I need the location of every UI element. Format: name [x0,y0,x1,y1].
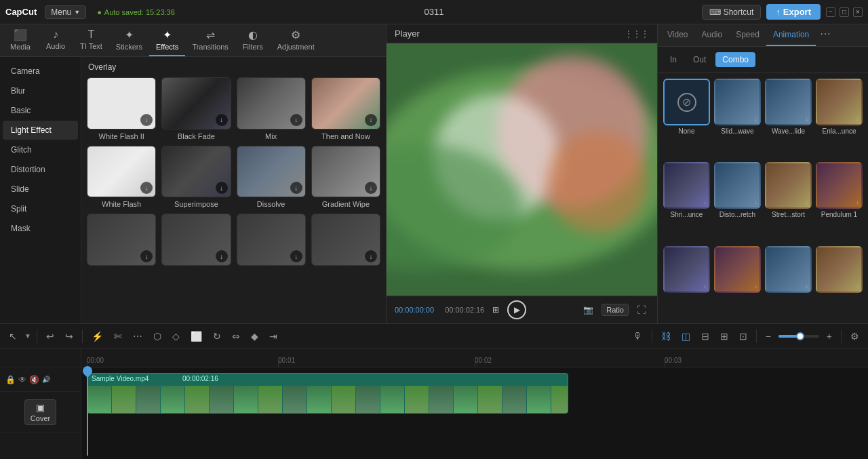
tab-effects[interactable]: ✦ Effects [149,24,185,56]
mic-button[interactable]: 🎙 [630,329,646,344]
lock-icon[interactable]: 🔒 [5,375,16,384]
anim-slidewave[interactable]: ↓ Slid...wave [714,79,761,158]
zoom-slider[interactable] [778,335,819,338]
eye-icon[interactable]: 👁 [18,375,26,384]
anim-none[interactable]: ⊘ None [663,79,710,158]
sidebar-item-slide[interactable]: Slide [3,180,78,199]
sidebar-item-camera[interactable]: Camera [3,62,78,81]
cursor-tool[interactable]: ↖ [5,329,20,344]
tab-video[interactable]: Video [660,24,694,46]
tab-transitions[interactable]: ⇌ Transitions [185,24,235,56]
camera-button[interactable]: 📷 [580,304,596,316]
export-button[interactable]: ↑ Export [766,4,821,20]
anim-row3-1[interactable]: ↓ [663,246,710,318]
anim-distoretch[interactable]: ↓ Disto...retch [714,162,761,241]
split-button[interactable]: ⚡ [88,329,106,344]
video-link-button[interactable]: ⊞ [717,329,732,344]
shortcut-button[interactable]: ⌨ Shortcut [702,5,762,20]
redo-button[interactable]: ↪ [62,329,77,344]
anim-row3-4[interactable]: ↓ [816,246,863,318]
effect-placeholder-3[interactable]: ↓ [237,214,306,268]
effect-placeholder-4[interactable]: ↓ [311,214,380,268]
tab-audio[interactable]: Audio [694,24,729,46]
timeline-container: 🔒 👁 🔇 🔊 ▣ Cover 00:00 00:01 00:02 [0,348,868,459]
effect-black-fade[interactable]: ↓ Black Fade [161,77,231,140]
tab-stickers[interactable]: ✦ Stickers [109,24,149,56]
sidebar-item-mask[interactable]: Mask [3,219,78,238]
effect-gradient-wipe[interactable]: ↓ Gradient Wipe [311,146,380,209]
loop-button[interactable]: ↻ [210,329,224,344]
play-button[interactable]: ▶ [507,300,526,319]
tab-more[interactable]: ⋯ [816,24,835,46]
anim-pendulum1[interactable]: ↓ Pendulum 1 [816,162,863,241]
sidebar-item-basic[interactable]: Basic [3,101,78,120]
effect-superimpose[interactable]: ↓ Superimpose [161,146,231,209]
effect-mix[interactable]: ↓ Mix [237,77,306,140]
shape-button[interactable]: ⬡ [150,329,165,344]
undo-button[interactable]: ↩ [43,329,58,344]
timeline-main[interactable]: 00:00 00:01 00:02 00:03 Sample Video.mp4 [81,348,868,459]
effect-placeholder-2[interactable]: ↓ [161,214,231,268]
topbar-right: ⌨ Shortcut ↑ Export − □ × [702,4,863,20]
sidebar-item-distortion[interactable]: Distortion [3,160,78,179]
keyframe-button[interactable]: ◆ [248,329,262,344]
cursor-dropdown[interactable]: ▼ [24,332,31,340]
effect-white-flash-ii[interactable]: ↓ White Flash II [87,77,156,140]
audio-link-button[interactable]: ⊟ [698,329,713,344]
effect-placeholder-1[interactable]: ↓ [87,214,156,268]
snap-button[interactable]: ◫ [678,329,694,344]
zoom-out-button[interactable]: − [762,329,774,344]
sidebar-item-blur[interactable]: Blur [3,81,78,100]
tab-text[interactable]: T TI Text [73,24,109,56]
effect-dissolve[interactable]: ↓ Dissolve [237,146,306,209]
volume-icon[interactable]: 🔊 [42,376,50,383]
close-button[interactable]: × [853,7,863,17]
ruler-spacer [0,348,81,367]
sidebar-item-glitch[interactable]: Glitch [3,140,78,159]
subtitle-button[interactable]: ⊡ [736,329,751,344]
player-menu-icon[interactable]: ⋮⋮⋮ [625,29,649,39]
ratio-button[interactable]: Ratio [601,304,629,316]
subtab-combo[interactable]: Combo [715,52,755,67]
mute-icon[interactable]: 🔇 [29,375,39,384]
tab-filters[interactable]: ◐ Filters [235,24,271,56]
cover-button[interactable]: ▣ Cover [24,399,56,425]
frame-button[interactable]: ⬜ [187,329,205,344]
trim-button[interactable]: ⋯ [130,329,146,344]
animation-grid: ⊘ None ↓ Slid...wave ↓ Wave...lide [658,73,868,323]
toolbar-sep-5 [841,330,842,343]
anim-row3-2[interactable]: ↓ [714,246,761,318]
sidebar-item-light-effect[interactable]: Light Effect [3,121,78,140]
extend-button[interactable]: ⇥ [266,329,281,344]
maximize-button[interactable]: □ [840,7,849,17]
anim-shriunce[interactable]: ↓ Shri...unce [663,162,710,241]
effect-white-flash[interactable]: ↓ White Flash [87,146,156,209]
menu-button[interactable]: Menu ▼ [45,5,86,19]
list-view-button[interactable]: ⊞ [490,304,502,316]
tab-audio[interactable]: ♪ Audio [38,24,73,56]
crop-button[interactable]: ✄ [111,329,125,344]
player-controls: 00:00:00:00 00:00:02:16 ⊞ ▶ 📷 Ratio ⛶ [387,296,657,323]
tab-adjustment[interactable]: ⚙ Adjustment [271,24,321,56]
tab-animation[interactable]: Animation [766,24,816,46]
anim-stretort[interactable]: ↓ Stret...stort [765,162,812,241]
minimize-button[interactable]: − [826,7,835,17]
link-button[interactable]: ⛓ [658,329,674,344]
zoom-in-button[interactable]: + [823,329,835,344]
anim-row3-3[interactable]: ↓ [765,246,812,318]
effect-then-and-now[interactable]: ↓ Then and Now [311,77,380,140]
settings-button[interactable]: ⚙ [847,329,863,344]
subtab-in[interactable]: In [663,52,684,67]
mirror-button[interactable]: ⇔ [229,329,243,344]
anim-enlaunce[interactable]: ↓ Enla...unce [816,79,863,158]
subtab-out[interactable]: Out [686,52,713,67]
fullscreen-button[interactable]: ⛶ [634,303,649,317]
anim-wavelide[interactable]: ↓ Wave...lide [765,79,812,158]
video-track[interactable]: Sample Video.mp4 00:00:02:16 [87,373,568,414]
tab-speed[interactable]: Speed [729,24,766,46]
mask-button[interactable]: ◇ [169,329,183,344]
tab-media[interactable]: ⬛ Media [3,24,38,56]
effect-thumb-placeholder-3: ↓ [237,214,306,266]
sidebar-item-split[interactable]: Split [3,199,78,218]
playhead[interactable] [87,367,88,456]
